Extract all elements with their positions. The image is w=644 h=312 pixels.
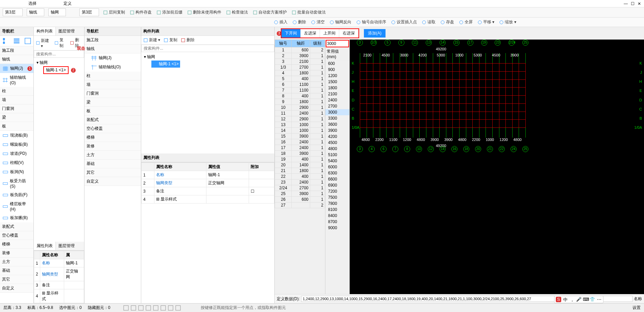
cat-梁[interactable]: 梁 <box>0 113 33 122</box>
status-tool-0[interactable] <box>123 305 129 311</box>
tool-10[interactable]: 缩放 ▾ <box>499 19 516 25</box>
axis-select-a[interactable]: 轴线 <box>27 8 44 16</box>
colc-cat-装配式[interactable]: 装配式 <box>84 116 141 124</box>
table-row[interactable]: 16002 <box>275 47 325 53</box>
tool-6[interactable]: 读取 <box>422 19 436 25</box>
preset-6300[interactable]: 6300 <box>325 170 349 176</box>
grid-canvas[interactable]: 492004920031/359111314151719232/24253467… <box>350 40 644 294</box>
tool-9[interactable]: 平移 ▾ <box>477 19 494 25</box>
table-row[interactable]: 711001 <box>275 88 325 93</box>
table-row[interactable]: 1724001 <box>275 145 325 151</box>
board-板洞(N)[interactable]: 板洞(N) <box>0 167 33 176</box>
tab-left-depth[interactable]: 左进深 <box>301 29 320 38</box>
cold-tb-1[interactable]: 复制 <box>164 37 177 43</box>
tool-7[interactable]: 存盘 <box>440 19 454 25</box>
board-楼层板带(H)[interactable]: 楼层板带(H) <box>0 199 33 213</box>
tab-layers-1[interactable]: 图层管理 <box>56 27 77 35</box>
colc-cat-墙[interactable]: 墙 <box>84 80 141 89</box>
entry-grid-j[interactable]: 轴网(J) 1 <box>0 64 33 73</box>
preset-8400[interactable]: 8400 <box>325 213 349 219</box>
cat-土方[interactable]: 土方 <box>0 258 33 266</box>
preset-1800[interactable]: 1800 <box>325 85 349 91</box>
table-row[interactable]: 2118001 <box>275 168 325 174</box>
board-板加腋(B)[interactable]: 板加腋(B) <box>0 213 33 222</box>
table-row[interactable]: 239001 <box>275 53 325 59</box>
cat-柱[interactable]: 柱 <box>0 87 33 96</box>
ribbon-1[interactable]: 构件存盘 <box>130 9 152 15</box>
ime-0[interactable]: S <box>556 297 561 302</box>
colc-cat-板[interactable]: 板 <box>84 107 141 116</box>
ime-2[interactable]: 🎤 <box>576 297 581 302</box>
preset-9000[interactable]: 9000 <box>325 225 349 231</box>
tool-2[interactable]: 清空 <box>311 19 325 25</box>
table-row[interactable]: 418001 <box>275 70 325 76</box>
preset-4800[interactable]: 4800 <box>325 146 349 152</box>
tree-item-grid1-sel[interactable]: 轴网-1 <1> <box>151 61 180 68</box>
table-row[interactable]: 1229001 <box>275 116 325 122</box>
colb-tb-1[interactable]: 复制 <box>54 37 67 49</box>
status-tool-5[interactable] <box>160 305 166 311</box>
table-row[interactable]: 2539001 <box>275 191 325 197</box>
tab-bottom-bay[interactable]: 下开间 <box>281 29 301 38</box>
colb-tb-0[interactable]: 新建 ▾ <box>36 38 51 48</box>
tool-8[interactable]: 全屏 <box>459 19 473 25</box>
table-row[interactable]: 1539001 <box>275 134 325 139</box>
preset-6600[interactable]: 6600 <box>325 176 349 182</box>
ime-5[interactable]: ⋯ <box>596 297 602 302</box>
preset-7200[interactable]: 7200 <box>325 188 349 194</box>
preset-4200[interactable]: 4200 <box>325 134 349 140</box>
preset-7500[interactable]: 7500 <box>325 194 349 200</box>
ime-4[interactable]: 👕 <box>590 297 595 302</box>
preset-8700[interactable]: 8700 <box>325 219 349 225</box>
board-柱帽(V)[interactable]: 柱帽(V) <box>0 158 33 167</box>
ime-3[interactable]: ⌨ <box>583 297 588 302</box>
table-row[interactable]: 1029001 <box>275 105 325 111</box>
tab-right-depth[interactable]: 右进深 <box>339 29 358 38</box>
cat-装修[interactable]: 装修 <box>0 249 33 258</box>
window-minimize[interactable]: — <box>622 1 629 6</box>
ribbon-0[interactable]: 层间复制 <box>103 9 125 15</box>
ribbon-5[interactable]: 自动套方案维护 <box>253 9 287 15</box>
tool-3[interactable]: 轴网反向 <box>329 19 351 25</box>
tool-1[interactable]: 删除 <box>292 19 306 25</box>
cold-tb-2[interactable]: 删除 <box>181 37 195 43</box>
tree-root-1[interactable]: ▾ 轴网 <box>34 59 83 66</box>
preset-8100[interactable]: 8100 <box>325 207 349 213</box>
ribbon-4[interactable]: 检查做法 <box>226 9 248 15</box>
table-row[interactable]: 84001 <box>275 93 325 99</box>
cat-其它[interactable]: 其它 <box>0 275 33 284</box>
table-row[interactable]: 1624001 <box>275 139 325 145</box>
cat-装配式[interactable]: 装配式 <box>0 222 33 231</box>
preset-3000[interactable]: 3000 <box>325 109 349 115</box>
cat-楼梯[interactable]: 楼梯 <box>0 240 33 249</box>
colc-cat-楼梯[interactable]: 楼梯 <box>84 133 141 142</box>
table-row[interactable]: 2324001 <box>275 179 325 185</box>
window-maximize[interactable]: ☐ <box>629 1 636 6</box>
colc-cat-自定义[interactable]: 自定义 <box>84 177 141 186</box>
preset-3300[interactable]: 3300 <box>325 115 349 121</box>
preset-2700[interactable]: 2700 <box>325 103 349 109</box>
table-row[interactable]: 266001 <box>275 197 325 202</box>
cat-板[interactable]: 板 <box>0 122 33 131</box>
ribbon-3[interactable]: 删除未使用构件 <box>187 9 221 15</box>
entry-aux-2[interactable]: 辅助轴线(O) <box>84 63 141 72</box>
tree-root-2[interactable]: ▾ 轴网 <box>142 53 274 61</box>
prop-table-2[interactable]: 属性名称属性值附加 1名称轴网-12轴网类型正交轴网3备注☐4⊞ 显示样式 <box>141 163 274 203</box>
colc-cat-装修[interactable]: 装修 <box>84 142 141 151</box>
floor-select-a[interactable]: 第3层 <box>3 8 23 16</box>
table-row[interactable]: 2/2427001 <box>275 185 325 191</box>
table-row[interactable]: 1124001 <box>275 111 325 116</box>
cat-section-2[interactable]: 施工段 <box>84 36 141 45</box>
table-row[interactable]: 918001 <box>275 99 325 105</box>
preset-5100[interactable]: 5100 <box>325 152 349 158</box>
cold-tb-0[interactable]: 新建 ▾ <box>143 37 160 43</box>
search-input-2[interactable] <box>141 45 274 52</box>
table-row[interactable]: 1839001 <box>275 151 325 157</box>
tab-props-1[interactable]: 属性列表 <box>34 242 56 250</box>
preset-6900[interactable]: 6900 <box>325 182 349 188</box>
cat-section[interactable]: 施工段 <box>0 46 33 55</box>
search-input-1[interactable] <box>34 50 84 58</box>
cat-空心楼盖[interactable]: 空心楼盖 <box>0 231 33 240</box>
preset-900[interactable]: 900 <box>325 67 349 73</box>
preset-6000[interactable]: 6000 <box>325 164 349 170</box>
